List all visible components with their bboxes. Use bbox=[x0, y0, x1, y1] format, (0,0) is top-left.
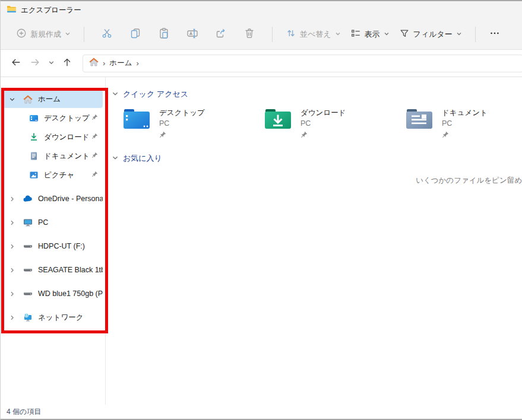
more-options-button[interactable] bbox=[484, 24, 505, 45]
share-icon bbox=[215, 27, 227, 41]
filter-button[interactable]: フィルター bbox=[394, 24, 467, 45]
sidebar-item-label: ピクチャ bbox=[44, 170, 91, 180]
documents-folder-icon bbox=[405, 107, 434, 131]
chevron-down-icon bbox=[384, 30, 390, 39]
rename-button[interactable] bbox=[178, 24, 207, 45]
chevron-down-icon[interactable] bbox=[9, 96, 23, 103]
sidebar-item-home[interactable]: ホーム bbox=[3, 90, 103, 108]
sidebar-item-pictures[interactable]: ピクチャ bbox=[3, 166, 103, 184]
up-button[interactable] bbox=[58, 54, 77, 73]
content-pane: クイック アクセス デスクトップ P bbox=[106, 77, 522, 405]
new-button-label: 新規作成 bbox=[30, 29, 61, 40]
more-options-icon bbox=[489, 28, 500, 40]
tile-name: デスクトップ bbox=[159, 108, 205, 118]
paste-button[interactable] bbox=[150, 24, 178, 45]
view-button[interactable]: 表示 bbox=[346, 24, 394, 45]
filter-button-label: フィルター bbox=[413, 29, 453, 40]
chevron-down-icon[interactable] bbox=[112, 153, 119, 164]
explorer-folder-icon bbox=[7, 5, 16, 15]
chevron-right-icon[interactable] bbox=[9, 267, 23, 273]
view-button-label: 表示 bbox=[365, 29, 380, 40]
desktop-folder-icon bbox=[122, 107, 151, 131]
chevron-down-icon bbox=[65, 30, 71, 39]
sort-button[interactable]: 並べ替え bbox=[281, 24, 346, 45]
up-icon bbox=[62, 57, 72, 69]
favorites-header[interactable]: お気に入り bbox=[112, 153, 162, 164]
recent-locations-icon bbox=[48, 59, 55, 68]
drive-icon bbox=[23, 265, 33, 275]
chevron-down-icon bbox=[335, 30, 341, 39]
pin-icon bbox=[91, 152, 98, 160]
sidebar-item-label: ネットワーク bbox=[38, 313, 103, 323]
sidebar-item-downloads[interactable]: ダウンロード bbox=[3, 128, 103, 146]
chevron-down-icon bbox=[456, 30, 462, 39]
breadcrumb-home[interactable]: ホーム bbox=[109, 58, 132, 68]
status-bar: 4 個の項目 bbox=[1, 405, 522, 419]
chevron-right-icon[interactable] bbox=[9, 219, 23, 226]
tile-name: ドキュメント bbox=[442, 108, 488, 118]
sidebar-item-label: ホーム bbox=[38, 94, 103, 104]
rename-icon bbox=[186, 27, 198, 41]
sidebar-item-drive-p[interactable]: WD blue1 750gb (P:) bbox=[3, 285, 103, 303]
file-explorer-window: エクスプローラー 新規作成 bbox=[0, 0, 522, 420]
quick-access-tiles: デスクトップ PC bbox=[110, 107, 522, 141]
chevron-right-icon[interactable] bbox=[9, 314, 23, 321]
back-button[interactable] bbox=[7, 54, 26, 73]
sort-icon bbox=[286, 28, 296, 40]
sidebar-item-label: OneDrive - Personal bbox=[38, 195, 103, 203]
chevron-right-icon[interactable] bbox=[9, 291, 23, 297]
tile-documents[interactable]: ドキュメント PC bbox=[393, 107, 522, 141]
forward-icon bbox=[30, 57, 40, 69]
chevron-right-icon[interactable] bbox=[9, 243, 23, 250]
sidebar-item-documents[interactable]: ドキュメント bbox=[3, 147, 103, 165]
network-icon bbox=[23, 313, 33, 322]
new-button[interactable]: 新規作成 bbox=[11, 24, 75, 45]
sidebar-item-label: デスクトップ bbox=[44, 113, 91, 123]
downloads-folder-icon bbox=[264, 107, 292, 131]
sidebar-item-drive-k[interactable]: SEAGATE Black 1tb (K:) bbox=[3, 261, 103, 279]
quick-access-title: クイック アクセス bbox=[123, 89, 188, 100]
home-icon bbox=[23, 94, 33, 104]
recent-locations-button[interactable] bbox=[45, 54, 58, 73]
sidebar-item-onedrive[interactable]: OneDrive - Personal bbox=[3, 190, 103, 208]
copy-button[interactable] bbox=[121, 24, 150, 45]
toolbar: 新規作成 bbox=[1, 19, 522, 50]
forward-button[interactable] bbox=[26, 54, 45, 73]
share-button[interactable] bbox=[207, 24, 235, 45]
item-count: 4 個の項目 bbox=[7, 407, 41, 417]
favorites-empty-hint: いくつかのファイルをピン留め bbox=[416, 176, 522, 186]
pin-icon bbox=[91, 133, 98, 141]
onedrive-icon bbox=[23, 194, 33, 203]
favorites-title: お気に入り bbox=[123, 153, 162, 164]
chevron-right-icon: › bbox=[103, 59, 105, 68]
pictures-icon bbox=[29, 170, 39, 180]
delete-icon bbox=[243, 27, 255, 41]
downloads-icon bbox=[29, 132, 39, 142]
pin-icon bbox=[91, 114, 98, 122]
chevron-right-icon[interactable] bbox=[9, 196, 23, 202]
sidebar-item-label: HDPC-UT (F:) bbox=[38, 242, 103, 250]
sidebar-item-network[interactable]: ネットワーク bbox=[3, 308, 103, 326]
tile-downloads[interactable]: ダウンロード PC bbox=[252, 107, 393, 141]
address-bar[interactable]: › ホーム › bbox=[83, 55, 522, 72]
filter-icon bbox=[399, 28, 410, 40]
tile-location: PC bbox=[159, 119, 205, 128]
tile-location: PC bbox=[442, 119, 488, 128]
quick-access-header[interactable]: クイック アクセス bbox=[112, 89, 188, 100]
sidebar-item-drive-f[interactable]: HDPC-UT (F:) bbox=[3, 237, 103, 255]
pin-icon bbox=[159, 130, 205, 141]
tile-desktop[interactable]: デスクトップ PC bbox=[110, 107, 252, 141]
sidebar-item-label: ダウンロード bbox=[44, 132, 91, 142]
sidebar-item-pc[interactable]: PC bbox=[3, 214, 103, 231]
sidebar-item-label: ドキュメント bbox=[44, 151, 91, 161]
documents-icon bbox=[29, 151, 39, 161]
title-bar: エクスプローラー bbox=[1, 1, 522, 19]
sidebar-item-desktop[interactable]: デスクトップ bbox=[3, 109, 103, 127]
new-item-icon bbox=[16, 28, 27, 40]
cut-button[interactable] bbox=[93, 24, 121, 45]
delete-button[interactable] bbox=[235, 24, 264, 45]
back-icon bbox=[11, 57, 21, 69]
toolbar-separator bbox=[475, 27, 476, 42]
chevron-down-icon[interactable] bbox=[112, 89, 119, 100]
tile-name: ダウンロード bbox=[300, 108, 346, 118]
